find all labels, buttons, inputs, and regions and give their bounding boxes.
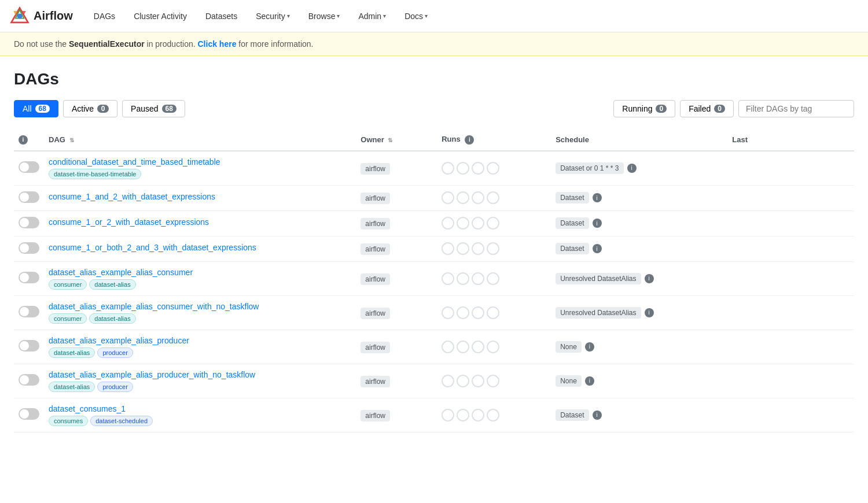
schedule-info-icon[interactable]: i	[593, 219, 602, 228]
schedule-label: Dataset or 0 1 * * 3	[556, 162, 623, 174]
dag-tag[interactable]: consumes	[49, 416, 88, 426]
info-icon[interactable]: i	[19, 135, 28, 145]
owner-cell: airflow	[356, 210, 437, 236]
runs-cell	[437, 330, 551, 364]
banner-link[interactable]: Click here	[198, 39, 237, 49]
runs-info-icon[interactable]: i	[465, 135, 474, 145]
runs-cell	[437, 261, 551, 295]
dag-tag[interactable]: dataset-alias	[89, 279, 135, 290]
dag-toggle[interactable]	[19, 306, 39, 317]
schedule-content: Unresolved DatasetAliasi	[556, 307, 723, 319]
owner-badge: airflow	[361, 376, 390, 387]
toggle-cell	[14, 236, 44, 261]
dag-name-cell: dataset_alias_example_alias_producerdata…	[44, 330, 356, 364]
filter-bar: All 68 Active 0 Paused 68 Running 0 Fail…	[14, 100, 854, 117]
schedule-cell: Nonei	[551, 330, 727, 364]
dag-link[interactable]: dataset_alias_example_alias_producer_wit…	[49, 370, 351, 379]
dag-toggle[interactable]	[19, 191, 39, 203]
schedule-info-icon[interactable]: i	[585, 342, 594, 352]
toggle-cell	[14, 210, 44, 236]
owner-badge: airflow	[361, 308, 390, 319]
schedule-content: Dataseti	[556, 192, 723, 204]
schedule-info-icon[interactable]: i	[627, 164, 637, 173]
filter-paused-button[interactable]: Paused 68	[122, 100, 185, 117]
dag-tag[interactable]: producer	[97, 382, 133, 392]
dag-link[interactable]: dataset_alias_example_alias_producer	[49, 336, 351, 345]
last-cell	[727, 330, 854, 364]
running-count-badge: 0	[656, 105, 667, 113]
dag-link[interactable]: dataset_alias_example_alias_consumer	[49, 268, 351, 277]
owner-cell: airflow	[356, 261, 437, 295]
run-circle	[487, 409, 499, 421]
nav-admin[interactable]: Admin▾	[351, 7, 393, 25]
dag-toggle[interactable]	[19, 340, 39, 352]
dag-toggle[interactable]	[19, 272, 39, 283]
dag-tag[interactable]: consumer	[49, 279, 87, 290]
run-circles	[442, 191, 546, 204]
run-circle	[487, 217, 499, 230]
dag-toggle[interactable]	[19, 161, 39, 173]
nav-browse[interactable]: Browse▾	[301, 7, 347, 25]
run-circle	[472, 306, 484, 319]
dag-link[interactable]: consume_1_or_both_2_and_3_with_dataset_e…	[49, 243, 351, 252]
dag-tag[interactable]: dataset-scheduled	[90, 416, 153, 426]
runs-cell	[437, 398, 551, 432]
col-dag-header[interactable]: DAG ⇅	[44, 129, 356, 151]
run-circles	[442, 375, 546, 387]
brand[interactable]: Airflow	[9, 6, 73, 27]
table-row: dataset_alias_example_alias_producerdata…	[14, 330, 854, 364]
table-row: dataset_alias_example_alias_consumercons…	[14, 261, 854, 295]
dag-tag[interactable]: dataset-alias	[49, 347, 95, 358]
table-row: consume_1_or_both_2_and_3_with_dataset_e…	[14, 236, 854, 261]
runs-cell	[437, 210, 551, 236]
nav-dags[interactable]: DAGs	[87, 7, 122, 25]
schedule-info-icon[interactable]: i	[645, 308, 654, 317]
schedule-info-icon[interactable]: i	[593, 193, 602, 202]
schedule-info-icon[interactable]: i	[593, 244, 602, 253]
all-count-badge: 68	[35, 105, 50, 113]
dag-tag[interactable]: dataset-time-based-timetable	[49, 169, 141, 179]
dag-toggle[interactable]	[19, 374, 39, 386]
run-circle	[487, 162, 499, 175]
dag-link[interactable]: consume_1_or_2_with_dataset_expressions	[49, 217, 351, 227]
schedule-label: None	[556, 341, 582, 353]
filter-active-button[interactable]: Active 0	[63, 100, 117, 117]
nav-cluster-activity[interactable]: Cluster Activity	[127, 7, 194, 25]
running-button[interactable]: Running 0	[613, 100, 675, 117]
nav-datasets[interactable]: Datasets	[198, 7, 244, 25]
dag-link[interactable]: dataset_consumes_1	[49, 404, 351, 413]
owner-cell: airflow	[356, 295, 437, 330]
active-count-badge: 0	[97, 105, 109, 113]
dag-tag[interactable]: dataset-alias	[49, 382, 95, 392]
dag-tag[interactable]: consumer	[49, 313, 87, 324]
owner-cell: airflow	[356, 330, 437, 364]
failed-button[interactable]: Failed 0	[680, 100, 734, 117]
schedule-info-icon[interactable]: i	[645, 274, 654, 283]
runs-cell	[437, 151, 551, 186]
dag-tag[interactable]: dataset-alias	[89, 313, 135, 324]
schedule-info-icon[interactable]: i	[585, 376, 594, 386]
dag-toggle[interactable]	[19, 408, 39, 420]
nav-security[interactable]: Security▾	[249, 7, 297, 25]
dag-tag[interactable]: producer	[97, 347, 133, 358]
schedule-info-icon[interactable]: i	[593, 410, 602, 420]
run-circle	[487, 341, 499, 353]
run-circle	[487, 242, 499, 255]
dag-link[interactable]: dataset_alias_example_alias_consumer_wit…	[49, 302, 351, 311]
tag-filter-input[interactable]	[738, 100, 854, 117]
dag-link[interactable]: consume_1_and_2_with_dataset_expressions	[49, 192, 351, 201]
col-owner-header[interactable]: Owner ⇅	[356, 129, 437, 151]
toggle-cell	[14, 295, 44, 330]
schedule-label: None	[556, 375, 582, 387]
paused-count-badge: 68	[162, 105, 176, 113]
failed-count-badge: 0	[714, 105, 725, 113]
schedule-label: Dataset	[556, 409, 589, 421]
dag-toggle[interactable]	[19, 242, 39, 254]
nav-docs[interactable]: Docs▾	[398, 7, 435, 25]
filter-all-button[interactable]: All 68	[14, 100, 58, 117]
owner-cell: airflow	[356, 236, 437, 261]
dag-link[interactable]: conditional_dataset_and_time_based_timet…	[49, 157, 351, 167]
schedule-label: Dataset	[556, 192, 589, 204]
toggle-cell	[14, 398, 44, 432]
dag-toggle[interactable]	[19, 217, 39, 228]
